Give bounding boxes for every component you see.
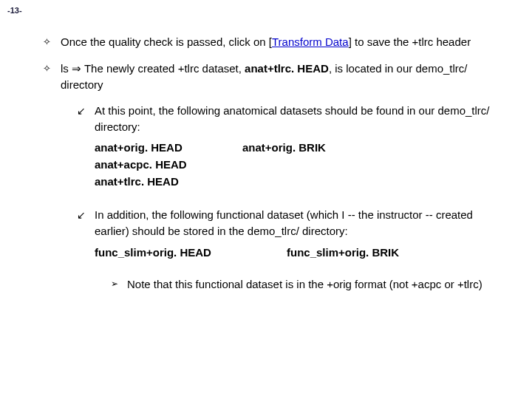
file-name: anat+acpc. HEAD [95, 158, 242, 171]
file-name: anat+orig. HEAD [95, 141, 242, 154]
transform-data-link[interactable]: Transform Data [272, 35, 349, 48]
double-arrow-icon: ⇒ [72, 62, 81, 75]
bullet-1-post: to save the +tlrc header [352, 35, 471, 48]
bullet-item-1: ✧ Once the quality check is passed, clic… [43, 34, 502, 50]
note-item: ➢ Note that this functional dataset is i… [111, 276, 502, 293]
file-row: anat+orig. HEAD anat+orig. BRIK [95, 141, 502, 154]
bullet-2-text: ls ⇒ The newly created +tlrc dataset, an… [61, 61, 502, 93]
diamond-bullet-icon: ✧ [43, 61, 61, 93]
bullet-2-bold: anat+tlrc. HEAD [245, 62, 329, 75]
file-name: anat+tlrc. HEAD [95, 175, 242, 188]
page-number: -13- [7, 6, 22, 15]
chevron-bullet-icon: ➢ [111, 276, 127, 293]
file-name: anat+orig. BRIK [242, 141, 390, 154]
file-row: anat+tlrc. HEAD [95, 175, 502, 188]
sub-item-1: ↙ At this point, the following anatomica… [77, 103, 502, 135]
diamond-bullet-icon: ✧ [43, 34, 61, 50]
sub-1-text: At this point, the following anatomical … [95, 103, 502, 135]
arrow-bullet-icon: ↙ [77, 207, 95, 239]
file-name: func_slim+orig. BRIK [287, 246, 399, 259]
note-text: Note that this functional dataset is in … [127, 276, 502, 293]
functional-file-list: func_slim+orig. HEAD func_slim+orig. BRI… [95, 246, 502, 259]
bullet-item-2: ✧ ls ⇒ The newly created +tlrc dataset, … [43, 61, 502, 93]
file-row: func_slim+orig. HEAD func_slim+orig. BRI… [95, 246, 502, 259]
anatomical-file-list: anat+orig. HEAD anat+orig. BRIK anat+acp… [95, 141, 502, 188]
sub-2-text: In addition, the following functional da… [95, 207, 502, 239]
bullet-1-text: Once the quality check is passed, click … [61, 34, 502, 50]
bullet-1-pre: Once the quality check is passed, click … [61, 35, 269, 48]
sub-item-2: ↙ In addition, the following functional … [77, 207, 502, 239]
bullet-2-pre: ls [61, 62, 72, 75]
file-name: func_slim+orig. HEAD [95, 246, 287, 259]
bullet-2-mid: The newly created +tlrc dataset, [81, 62, 245, 75]
slide-content: ✧ Once the quality check is passed, clic… [0, 0, 532, 312]
arrow-bullet-icon: ↙ [77, 103, 95, 135]
file-row: anat+acpc. HEAD [95, 158, 502, 171]
